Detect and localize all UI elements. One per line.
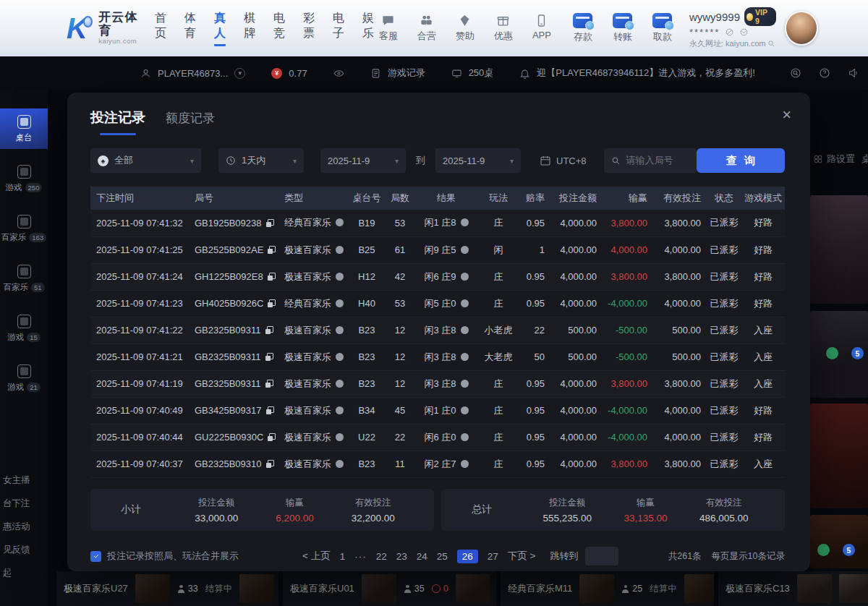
nav-item-1[interactable]: 首页 — [155, 11, 166, 46]
copy-icon[interactable] — [268, 273, 276, 281]
game-record-link[interactable]: 游戏记录 — [388, 67, 425, 80]
sidebar-item-2[interactable]: 游戏250 — [0, 158, 48, 199]
withdraw-icon — [652, 13, 672, 28]
zoom-icon[interactable] — [790, 67, 801, 79]
deposit-button[interactable]: 存款 — [568, 13, 598, 43]
help-icon[interactable] — [819, 67, 830, 79]
cell-odds: 50 — [520, 343, 550, 370]
sidebar-footer-item-3[interactable]: 惠活动 — [3, 521, 30, 533]
nav-item-3[interactable]: 真人 — [214, 11, 226, 46]
timezone-control[interactable]: UTC+8 — [540, 155, 587, 166]
nav-item-5[interactable]: 电竞 — [273, 11, 285, 46]
cell-round: 61 — [384, 236, 416, 263]
player-dropdown-icon[interactable]: ▾ — [234, 68, 245, 79]
sidebar-footer-item-5[interactable]: 起 — [3, 567, 30, 579]
round-search-input[interactable]: 请输入局号 — [604, 148, 697, 173]
table-card-title: 极速百家乐C13 — [726, 582, 790, 595]
tab-quota-records[interactable]: 额度记录 — [166, 110, 215, 127]
copy-icon[interactable] — [266, 219, 274, 227]
category-select[interactable]: ♠ 全部 ▾ — [90, 148, 201, 173]
table-card-title: 经典百家乐M11 — [508, 582, 572, 595]
table-card-thumb — [239, 574, 274, 603]
top-header: K 开云体育 kaiyun.com 首页体育真人棋牌电竞彩票电子娱乐 客服 合营 — [0, 0, 868, 56]
avatar[interactable] — [785, 11, 818, 46]
cell-play: 庄 — [477, 424, 520, 451]
search-icon[interactable] — [767, 40, 775, 48]
promo-button[interactable]: 优惠 — [489, 14, 518, 43]
page-button-23[interactable]: 23 — [396, 551, 407, 562]
logo-ball-icon — [83, 16, 93, 27]
nav-item-8[interactable]: 娱乐 — [362, 11, 374, 46]
table-card-3[interactable]: 经典百家乐M1125结算中 — [501, 571, 714, 606]
page-button-27[interactable]: 27 — [488, 551, 498, 562]
eye-off-icon[interactable] — [725, 27, 734, 37]
sidebar-item-3[interactable]: 百家乐163 — [0, 208, 48, 249]
sidebar-item-4[interactable]: 百家乐51 — [0, 258, 48, 299]
copy-icon[interactable] — [265, 353, 273, 361]
prev-page-button[interactable]: < 上页 — [302, 550, 331, 563]
eye-icon[interactable] — [333, 68, 344, 79]
nav-item-7[interactable]: 电子 — [333, 11, 344, 46]
jump-page-input[interactable] — [585, 547, 618, 566]
speaker-icon[interactable] — [848, 67, 859, 79]
nav-item-6[interactable]: 彩票 — [303, 11, 315, 46]
copy-icon[interactable] — [265, 326, 273, 334]
cell-bet: 4,000.00 — [550, 263, 603, 290]
next-page-button[interactable]: 下页 > — [508, 550, 536, 563]
copy-icon[interactable] — [268, 433, 276, 441]
sidebar-item-5[interactable]: 游戏15 — [0, 308, 48, 349]
sidebar-footer-item-1[interactable]: 女主播 — [3, 474, 30, 487]
merge-checkbox[interactable] — [90, 551, 101, 562]
cell-time: 2025-11-09 07:41:24 — [90, 263, 189, 290]
brand-logo[interactable]: K 开云体育 kaiyun.com — [67, 11, 139, 46]
date-to-select[interactable]: 2025-11-9 ▾ — [435, 148, 521, 173]
cell-odds: 0.95 — [520, 424, 550, 451]
table-card-1[interactable]: 极速百家乐U2733结算中 — [56, 571, 278, 606]
service-button[interactable]: 客服 — [374, 14, 403, 43]
table-card-2[interactable]: 极速百家乐U01350 — [283, 571, 496, 606]
sidebar-item-6[interactable]: 游戏21 — [0, 358, 48, 398]
cell-play: 闲 — [477, 236, 520, 263]
page-button-24[interactable]: 24 — [417, 551, 427, 562]
sidebar-footer-item-4[interactable]: 见反馈 — [3, 544, 30, 556]
page-button-1[interactable]: 1 — [340, 551, 346, 562]
table-card-4[interactable]: 极速百家乐C13 — [718, 571, 868, 606]
column-header: 局号 — [189, 187, 278, 210]
nav-item-2[interactable]: 体育 — [184, 11, 196, 46]
query-button[interactable]: 查询 — [697, 148, 785, 173]
nav-item-4[interactable]: 棋牌 — [244, 11, 255, 46]
tab-bet-records[interactable]: 投注记录 — [90, 108, 145, 135]
video-thumb-1[interactable] — [810, 195, 868, 304]
close-icon[interactable]: × — [782, 107, 791, 123]
video-thumb-3[interactable] — [810, 404, 868, 508]
sidebar-item-icon — [17, 315, 31, 328]
copy-icon[interactable] — [266, 460, 274, 468]
copy-icon[interactable] — [265, 380, 273, 388]
cell-result: 闲3 庄8 — [416, 343, 477, 370]
date-from-select[interactable]: 2025-11-9 ▾ — [320, 148, 406, 173]
page-button-25[interactable]: 25 — [437, 551, 448, 562]
cell-bet: 500.00 — [550, 343, 603, 370]
tables-count[interactable]: 250桌 — [469, 67, 494, 80]
app-button[interactable]: APP — [527, 14, 556, 43]
cell-status: 已派彩 — [707, 424, 741, 451]
range-select[interactable]: 1天内 ▾ — [218, 148, 304, 173]
sponsor-button[interactable]: 赞助 — [451, 14, 480, 43]
withdraw-button[interactable]: 取款 — [647, 13, 678, 43]
sidebar-item-1[interactable]: 桌台 — [0, 108, 48, 149]
table-card-thumb — [135, 574, 170, 603]
copy-icon[interactable] — [268, 299, 276, 307]
transfer-button[interactable]: 转账 — [608, 13, 638, 43]
video-thumb-4[interactable] — [810, 515, 868, 568]
copy-icon[interactable] — [266, 406, 274, 414]
player-id[interactable]: PLAYER46873... — [158, 68, 228, 79]
diamond-icon — [458, 14, 472, 27]
page-button-22[interactable]: 22 — [376, 551, 387, 562]
sidebar-footer-item-2[interactable]: 台下注 — [3, 498, 30, 510]
partner-button[interactable]: 合营 — [412, 14, 441, 43]
copy-icon[interactable] — [268, 246, 276, 254]
brand-domain: kaiyun.com — [98, 38, 139, 45]
road-settings-control[interactable]: 路设置 — [813, 153, 855, 166]
chevron-circle-icon[interactable] — [739, 27, 749, 37]
page-button-26[interactable]: 26 — [457, 550, 478, 563]
